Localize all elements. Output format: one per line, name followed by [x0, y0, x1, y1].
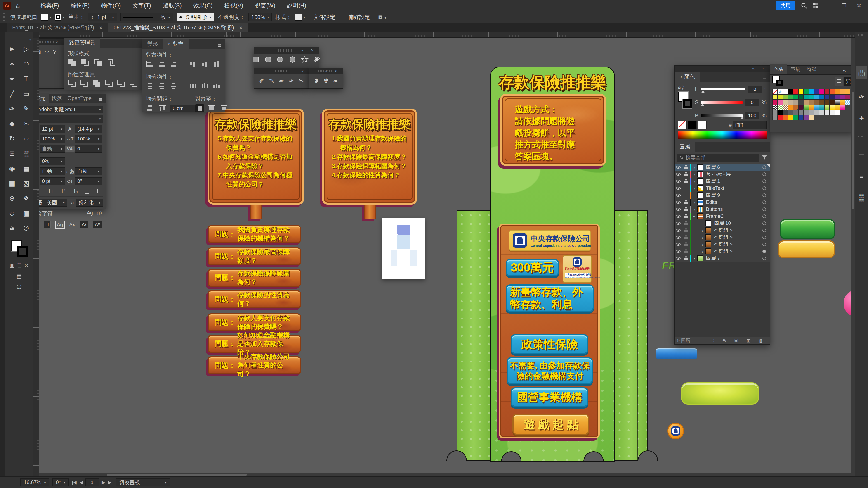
rectangle-tool-icon[interactable] [251, 56, 260, 63]
layer-name[interactable]: < 群組 > [711, 227, 763, 234]
shape-mode-exclude-icon[interactable] [107, 59, 117, 68]
spacing-2-icon[interactable] [158, 104, 167, 112]
layer-row-9[interactable]: 圖層 10 [675, 220, 770, 227]
warp-tool-icon[interactable]: ❧ [333, 77, 338, 85]
stroke-label[interactable]: 筆畫： [68, 13, 85, 21]
spacing-1-icon[interactable] [146, 104, 155, 112]
menu-9[interactable]: 說明(H) [281, 0, 312, 11]
swatch-1-5[interactable] [793, 89, 798, 94]
menu-6[interactable]: 效果(C) [188, 0, 219, 11]
color-spectrum-bar[interactable] [678, 131, 767, 139]
pathfinder-minus-back-icon[interactable] [129, 79, 138, 88]
swatch-3-3[interactable] [783, 99, 788, 105]
gradient-panel-icon[interactable]: ▒ [859, 194, 864, 201]
tool-16-icon[interactable]: ▒ [21, 149, 31, 158]
swatch-2-1[interactable] [772, 94, 778, 99]
share-button[interactable]: 共用 [776, 1, 795, 10]
white-swatch[interactable] [698, 121, 707, 129]
swatch-4-6[interactable] [798, 105, 804, 110]
swatch-2-9[interactable] [814, 94, 819, 99]
swatch-6-1[interactable] [772, 115, 778, 120]
swatch-6-7[interactable] [804, 115, 809, 120]
shape-mode-intersect-icon[interactable] [94, 59, 104, 68]
swatch-3-8[interactable] [809, 99, 814, 105]
swatch-4-12[interactable] [830, 105, 835, 110]
tool-5-icon[interactable]: ✒ [7, 74, 17, 83]
swatch-3-11[interactable] [825, 99, 830, 105]
layer-name[interactable]: 圖層 9 [703, 192, 763, 199]
opacity-label[interactable]: 不透明度： [218, 13, 245, 21]
layer-name[interactable]: 圖層 7 [703, 255, 763, 262]
layer-row-2[interactable]: ›尺寸标注层 [675, 171, 770, 178]
target-circle[interactable] [763, 194, 766, 197]
expand-arrow-icon[interactable]: › [691, 256, 698, 261]
swatch-4-3[interactable] [783, 105, 788, 110]
layer-thumbnail[interactable] [698, 213, 703, 219]
layer-thumbnail[interactable] [706, 234, 711, 240]
tool-1-icon[interactable]: ► [7, 44, 17, 53]
swatch-4-9[interactable] [814, 105, 819, 110]
swatch-5-13[interactable] [835, 110, 840, 115]
vertical-scale-field[interactable]: 100%▾ [39, 135, 65, 143]
layer-row-14[interactable]: ›圖層 7 [675, 255, 770, 262]
tool-20-icon[interactable]: ▧ [21, 179, 31, 188]
distribute-5-icon[interactable] [201, 82, 209, 90]
swatch-2-5[interactable] [793, 94, 798, 99]
swatch-4-8[interactable] [809, 105, 814, 110]
swatch-3-13[interactable] [835, 99, 840, 105]
layer-thumbnail[interactable] [706, 220, 711, 226]
layer-name[interactable]: 圖層 10 [711, 220, 763, 227]
path-eraser-tool-icon[interactable]: ✑ [289, 77, 294, 85]
shaper-tool-icon[interactable] [312, 56, 321, 63]
font-style-field[interactable]: -▾ [30, 115, 103, 123]
target-circle[interactable] [763, 257, 766, 260]
lock-toggle-icon[interactable] [682, 220, 690, 227]
tool-21-icon[interactable]: ⊕ [7, 194, 17, 203]
lock-toggle-icon[interactable] [682, 171, 690, 178]
shape-mode-minus-icon[interactable] [81, 59, 91, 68]
artboard-navigation[interactable]: |◀◀ 1 ▶▶| [72, 479, 113, 486]
aki-right-field[interactable]: 自動▾ [75, 167, 102, 175]
layer-thumbnail[interactable] [698, 164, 703, 170]
swatch-1-15[interactable] [845, 89, 850, 94]
rotation-dropdown[interactable]: 0°▾ [53, 479, 69, 486]
visibility-toggle-icon[interactable] [675, 213, 682, 220]
aki-left-field[interactable]: 自動▾ [39, 167, 65, 175]
swatch-6-8[interactable] [809, 115, 814, 120]
swatch-5-5[interactable] [793, 110, 798, 115]
align-to-1-icon[interactable] [195, 104, 204, 112]
swatch-1-4[interactable] [788, 89, 793, 94]
fill-stroke-indicator[interactable] [10, 239, 28, 257]
swatch-3-14[interactable] [840, 99, 845, 105]
swatch-1-14[interactable] [840, 89, 845, 94]
visibility-toggle-icon[interactable] [675, 171, 682, 178]
status-dropdown[interactable]: 切換畫板▾ [116, 479, 170, 486]
smooth-tool-icon[interactable]: ✏ [279, 77, 284, 85]
arrange-icon[interactable]: ⧉ ▾ [378, 14, 387, 21]
tool-8-icon[interactable]: ▭ [21, 89, 31, 98]
brightness-slider[interactable] [701, 114, 743, 117]
layer-thumbnail[interactable] [698, 171, 703, 177]
align-object-6-icon[interactable] [213, 60, 221, 68]
fill-color-dropdown[interactable]: ▾ [41, 14, 51, 21]
tool-10-icon[interactable]: ✎ [21, 104, 31, 113]
layer-thumbnail[interactable] [698, 192, 703, 198]
align-object-2-icon[interactable] [158, 60, 166, 68]
type-style-buttons[interactable]: TTTᴛT¹T₁TT [30, 185, 103, 194]
none-swatch[interactable] [678, 121, 687, 129]
star-tool-icon[interactable] [300, 56, 309, 63]
polygon-tool-icon[interactable] [288, 56, 297, 63]
swatch-6-6[interactable] [798, 115, 804, 120]
expand-arrow-icon[interactable]: › [700, 249, 706, 254]
swatch-5-10[interactable] [819, 110, 825, 115]
pathfinder-outline-icon[interactable] [117, 79, 126, 88]
ellipse-tool-icon[interactable] [276, 56, 285, 63]
tab-symbols[interactable]: 符號 [804, 64, 820, 75]
shaper-tool-icon[interactable]: ✐ [259, 77, 264, 85]
pathfinder-divide-icon[interactable] [68, 79, 77, 88]
swatch-2-2[interactable] [778, 94, 783, 99]
layer-thumbnail[interactable] [706, 249, 711, 254]
distribute-3-icon[interactable] [169, 82, 178, 90]
swatch-2-7[interactable] [804, 94, 809, 99]
layer-thumbnail[interactable] [698, 255, 703, 261]
